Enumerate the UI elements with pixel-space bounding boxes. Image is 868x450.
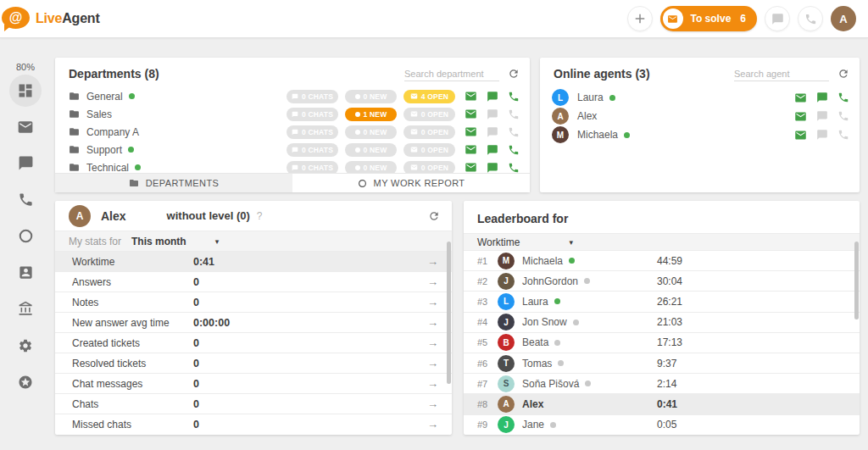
mail-icon <box>17 119 34 136</box>
chat-action-icon[interactable] <box>487 108 498 120</box>
scrollbar[interactable] <box>854 242 859 319</box>
new-chip[interactable]: 1 NEW <box>345 108 397 121</box>
arrow-right-icon[interactable]: → <box>427 316 438 329</box>
sidebar-item-calls[interactable] <box>0 181 51 218</box>
sidebar-item-dashboard[interactable] <box>0 72 51 108</box>
arrow-right-icon[interactable]: → <box>427 418 438 431</box>
department-row[interactable]: Company A 0 CHATS 0 NEW 0 OPEN <box>55 123 530 141</box>
mail-action-icon[interactable] <box>465 161 477 174</box>
help-icon[interactable]: ? <box>257 210 263 222</box>
chats-chip[interactable]: 0 CHATS <box>287 125 338 139</box>
stat-row[interactable]: Answers0→ <box>55 271 452 292</box>
refresh-icon[interactable] <box>508 68 520 80</box>
chat-action-icon[interactable] <box>487 126 498 138</box>
leaderboard-row[interactable]: #8AAlex0:41 <box>464 393 860 414</box>
tab-departments[interactable]: DEPARTMENTS <box>55 174 292 192</box>
sidebar-item-tickets[interactable] <box>0 108 51 145</box>
arrow-right-icon[interactable]: → <box>427 296 438 308</box>
open-chip[interactable]: 0 OPEN <box>403 108 455 121</box>
filter-value-dropdown[interactable]: This month <box>131 236 186 247</box>
add-button[interactable] <box>627 6 653 31</box>
mail-action-icon[interactable] <box>794 92 807 104</box>
arrow-right-icon[interactable]: → <box>427 255 438 268</box>
stat-row[interactable]: Notes0→ <box>55 292 452 312</box>
department-row[interactable]: Sales 0 CHATS 1 NEW 0 OPEN <box>55 105 530 123</box>
phone-action-icon[interactable] <box>837 92 849 103</box>
stat-row[interactable]: Chats0→ <box>55 393 452 414</box>
chats-button[interactable] <box>765 6 790 31</box>
sidebar-item-chats[interactable] <box>0 145 51 181</box>
sidebar-item-settings[interactable] <box>0 327 51 364</box>
agent-row[interactable]: L Laura <box>540 88 860 107</box>
search-agent-input[interactable] <box>734 67 829 81</box>
chat-action-icon[interactable] <box>487 91 498 103</box>
arrow-right-icon[interactable]: → <box>427 397 438 410</box>
arrow-right-icon[interactable]: → <box>427 275 438 288</box>
mail-action-icon[interactable] <box>794 110 807 123</box>
sidebar-item-contacts[interactable] <box>0 254 51 291</box>
chevron-down-icon[interactable]: ▾ <box>215 237 220 246</box>
leaderboard-row[interactable]: #6TTomas9:37 <box>464 353 860 373</box>
leaderboard-row[interactable]: #3LLaura26:21 <box>464 291 860 311</box>
stat-row[interactable]: Worktime0:41→ <box>55 251 452 271</box>
mail-action-icon[interactable] <box>465 143 477 156</box>
sidebar-item-rewards[interactable] <box>0 364 51 400</box>
phone-action-icon[interactable] <box>837 110 849 122</box>
leaderboard-row[interactable]: #9JJane0:05 <box>464 414 860 435</box>
new-chip[interactable]: 0 NEW <box>345 143 397 157</box>
phone-action-icon[interactable] <box>508 144 520 156</box>
scrollbar[interactable] <box>447 242 451 384</box>
leaderboard-row[interactable]: #2JJohnGordon30:04 <box>464 270 860 291</box>
refresh-icon[interactable] <box>428 210 440 222</box>
department-row[interactable]: General 0 CHATS 0 NEW 4 OPEN <box>55 87 530 105</box>
chat-action-icon[interactable] <box>816 129 828 141</box>
leaderboard-row[interactable]: #4JJon Snow21:03 <box>464 312 860 332</box>
metric-dropdown[interactable]: Worktime <box>477 236 520 248</box>
chats-chip[interactable]: 0 CHATS <box>287 108 338 121</box>
calls-button[interactable] <box>798 6 823 31</box>
department-row[interactable]: Support 0 CHATS 0 NEW 0 OPEN <box>55 141 530 158</box>
mail-action-icon[interactable] <box>794 129 807 142</box>
leaderboard-row[interactable]: #5BBeata17:13 <box>464 332 860 353</box>
stat-row[interactable]: Missed chats0→ <box>55 414 452 434</box>
mail-action-icon[interactable] <box>465 125 477 138</box>
stat-row[interactable]: New answer avg time0:00:00→ <box>55 312 452 332</box>
stat-row[interactable]: Chat messages0→ <box>55 373 452 393</box>
stat-row[interactable]: Resolved tickets0→ <box>55 353 452 373</box>
chat-action-icon[interactable] <box>487 162 498 174</box>
stat-row[interactable]: Created tickets0→ <box>55 332 452 353</box>
tab-my-work-report[interactable]: MY WORK REPORT <box>292 174 530 192</box>
new-chip[interactable]: 0 NEW <box>345 125 397 139</box>
chevron-down-icon[interactable]: ▾ <box>569 238 573 247</box>
mail-action-icon[interactable] <box>465 90 477 103</box>
open-chip[interactable]: 4 OPEN <box>403 90 455 103</box>
sidebar-item-portal[interactable] <box>0 291 51 327</box>
search-department-input[interactable] <box>404 67 499 81</box>
agent-row[interactable]: M Michaela <box>540 125 860 144</box>
mail-action-icon[interactable] <box>465 108 477 120</box>
chat-action-icon[interactable] <box>487 144 498 156</box>
sidebar-item-history[interactable] <box>0 218 51 254</box>
phone-action-icon[interactable] <box>508 91 520 103</box>
refresh-icon[interactable] <box>837 68 849 80</box>
phone-action-icon[interactable] <box>508 162 520 174</box>
to-solve-button[interactable]: To solve 6 <box>660 6 757 31</box>
avatar: A <box>69 205 91 227</box>
arrow-right-icon[interactable]: → <box>427 357 438 369</box>
open-chip[interactable]: 0 OPEN <box>403 125 455 139</box>
chats-chip[interactable]: 0 CHATS <box>287 90 338 103</box>
arrow-right-icon[interactable]: → <box>427 336 438 349</box>
new-chip[interactable]: 0 NEW <box>345 90 397 103</box>
chat-action-icon[interactable] <box>816 92 828 103</box>
phone-action-icon[interactable] <box>508 108 520 120</box>
leaderboard-row[interactable]: #1MMichaela44:59 <box>464 250 860 270</box>
open-chip[interactable]: 0 OPEN <box>403 143 455 157</box>
leaderboard-row[interactable]: #7SSoňa Pišová2:14 <box>464 373 860 393</box>
user-avatar[interactable]: A <box>831 6 856 31</box>
arrow-right-icon[interactable]: → <box>427 377 438 390</box>
phone-action-icon[interactable] <box>508 126 520 138</box>
phone-action-icon[interactable] <box>837 129 849 141</box>
chat-action-icon[interactable] <box>816 110 828 122</box>
chats-chip[interactable]: 0 CHATS <box>287 143 338 157</box>
agent-row[interactable]: A Alex <box>540 107 860 125</box>
